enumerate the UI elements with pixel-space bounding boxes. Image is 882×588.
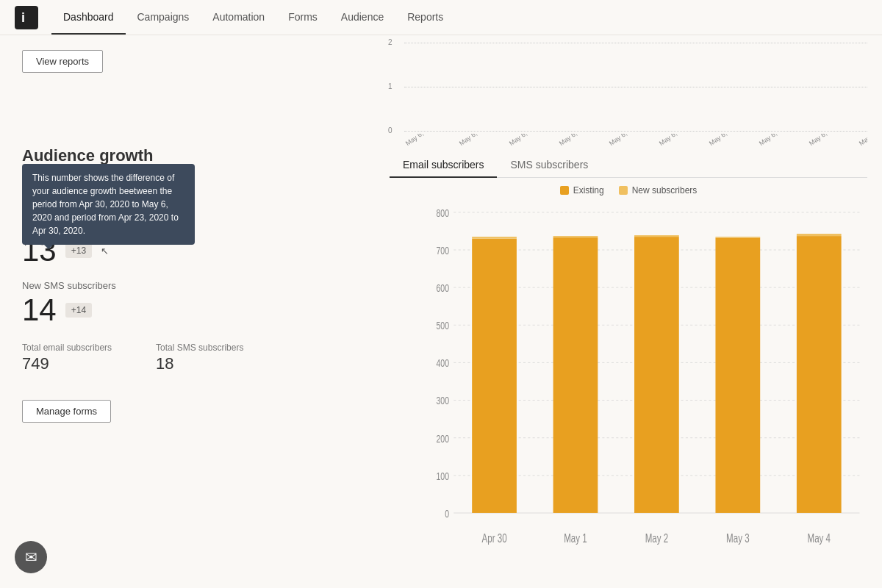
x-axis-label: May 6, 3 AM [558,134,592,147]
x-axis-label: May 6, 12 AM [404,134,442,147]
total-email-block: Total email subscribers 749 [22,343,112,373]
svg-text:Apr 30: Apr 30 [482,531,507,545]
svg-text:700: 700 [436,244,449,257]
svg-rect-26 [634,237,679,513]
totals-row: Total email subscribers 749 Total SMS su… [22,343,360,373]
total-email-value: 749 [22,354,112,373]
legend-new-dot [619,186,628,195]
total-sms-block: Total SMS subscribers 18 [156,343,243,373]
tab-email-subscribers[interactable]: Email subscribers [390,153,497,178]
grid-line-1: 1 [404,87,867,87]
audience-growth-title: Audience growth [22,146,360,165]
x-axis-label: May 6, 6 AM [708,134,742,147]
top-chart-x-labels: May 6, 12 AMMay 6, 1 AMMay 6, 2 AMMay 6,… [404,134,867,148]
right-panel: 2 1 0 May 6, 12 AMMay 6, 1 AMMay 6, 2 AM… [382,35,882,588]
nav-item-audience[interactable]: Audience [329,0,395,35]
new-sms-label: New SMS subscribers [22,280,360,291]
svg-rect-30 [715,237,760,238]
grid-label-0: 0 [388,126,392,135]
legend-new-label: New subscribers [632,185,698,196]
x-axis-label: May 6, 7 AM [758,134,792,147]
grid-line-0: 0 [404,131,867,132]
new-sms-value: 14 [22,293,57,328]
svg-rect-29 [715,238,760,513]
svg-rect-32 [797,236,842,513]
svg-text:0: 0 [445,507,449,520]
svg-text:May 1: May 1 [564,531,587,545]
x-axis-label: May 6, 4 AM [608,134,642,147]
top-chart: 2 1 0 May 6, 12 AMMay 6, 1 AMMay 6, 2 AM… [382,35,875,153]
svg-rect-33 [797,234,842,236]
svg-rect-27 [634,235,679,237]
legend-new: New subscribers [619,185,698,196]
new-sms-row: 14 +14 [22,293,360,328]
top-chart-grid: 2 1 0 [404,43,867,131]
grid-label-1: 1 [388,82,392,90]
nav-item-automation[interactable]: Automation [201,0,276,35]
svg-rect-21 [472,237,517,239]
svg-text:May 2: May 2 [645,531,669,545]
svg-text:400: 400 [436,356,449,369]
nav-item-campaigns[interactable]: Campaigns [126,0,201,35]
nav-item-forms[interactable]: Forms [276,0,329,35]
svg-rect-0 [15,6,38,29]
nav-item-dashboard[interactable]: Dashboard [51,0,126,35]
x-axis-label: May 6, 8 AM [808,134,842,147]
svg-rect-23 [553,237,598,513]
new-email-badge: +13 [65,243,92,258]
chart-legend: Existing New subscribers [390,185,867,196]
total-sms-label: Total SMS subscribers [156,343,243,353]
main-nav: Dashboard Campaigns Automation Forms Aud… [51,0,455,35]
chart-tabs: Email subscribers SMS subscribers [390,153,867,178]
bar-chart-svg: 8007006005004003002001000Apr 30May 1May … [419,201,867,551]
mail-icon-button[interactable]: ✉ [15,541,47,573]
manage-forms-button[interactable]: Manage forms [22,400,111,423]
total-sms-value: 18 [156,354,243,373]
legend-existing-dot [560,186,569,195]
svg-text:May 3: May 3 [726,531,750,545]
x-axis-label: May 6, 9 AM [858,134,867,147]
svg-text:i: i [21,10,25,25]
svg-text:300: 300 [436,395,449,407]
svg-text:500: 500 [436,319,449,331]
main-content: View reports Audience growth This number… [0,35,882,588]
nav-item-reports[interactable]: Reports [395,0,455,35]
new-email-row: 13 +13 ↖ [22,233,360,268]
svg-text:May 4: May 4 [808,531,831,545]
tab-sms-subscribers[interactable]: SMS subscribers [497,153,601,178]
cursor-icon: ↖ [101,245,109,257]
grid-line-2: 2 [404,43,867,43]
new-email-value: 13 [22,233,57,268]
svg-text:100: 100 [436,470,449,482]
new-sms-badge: +14 [65,303,92,318]
left-panel: View reports Audience growth This number… [0,35,382,588]
svg-text:600: 600 [436,282,449,294]
svg-text:800: 800 [436,207,449,219]
bottom-chart: Email subscribers SMS subscribers Existi… [382,153,875,581]
x-axis-label: May 6, 1 AM [458,134,492,147]
grid-label-2: 2 [388,38,392,46]
x-axis-label: May 6, 2 AM [508,134,542,147]
view-reports-button[interactable]: View reports [22,50,103,73]
mail-icon: ✉ [25,548,37,566]
x-axis-label: May 6, 5 AM [658,134,692,147]
header: i Dashboard Campaigns Automation Forms A… [0,0,882,35]
legend-existing: Existing [560,185,604,196]
svg-rect-20 [472,239,517,513]
logo-icon: i [15,6,38,29]
svg-rect-24 [553,236,598,237]
bar-chart-container: 8007006005004003002001000Apr 30May 1May … [390,201,867,573]
new-email-label: New email subscribers [22,220,360,232]
legend-existing-label: Existing [573,185,604,196]
svg-text:200: 200 [436,432,449,445]
audience-growth-section: Audience growth This number shows the di… [22,146,360,373]
total-email-label: Total email subscribers [22,343,112,353]
